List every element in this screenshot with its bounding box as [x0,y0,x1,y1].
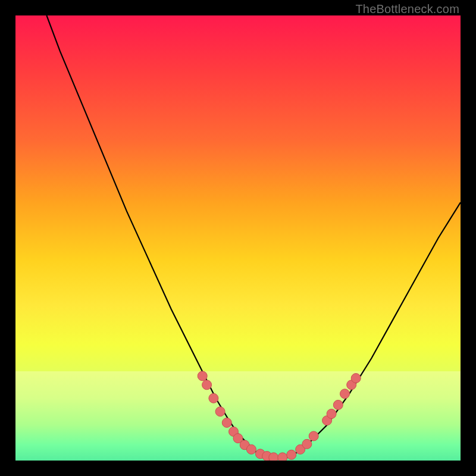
data-marker [327,409,336,419]
chart-svg [15,15,461,461]
data-marker [215,407,225,416]
data-marker [302,439,312,449]
data-marker [340,389,350,399]
data-marker [198,371,207,381]
data-marker [202,380,212,390]
data-marker [351,374,361,383]
data-marker [269,453,278,461]
chart-plot-area [15,15,461,461]
marker-group [198,371,361,461]
chart-frame: TheBottleneck.com [0,0,476,476]
bottleneck-curve [46,15,461,458]
data-marker [246,444,256,454]
data-marker [333,400,343,410]
data-marker [209,393,218,403]
source-watermark: TheBottleneck.com [355,2,459,16]
data-marker [287,450,296,459]
data-marker [278,453,287,461]
data-marker [309,431,318,441]
data-marker [222,418,231,427]
